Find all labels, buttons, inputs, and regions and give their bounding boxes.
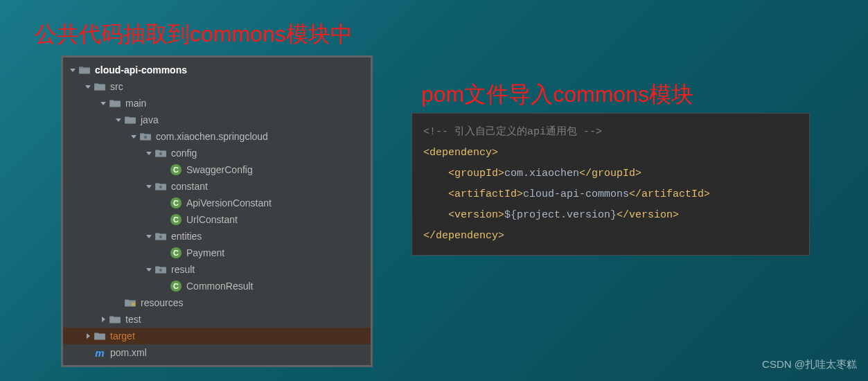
code-line-comment: <!-- 引入自己定义的api通用包 --> <box>423 122 798 143</box>
tree-item-cloud-api-commons[interactable]: cloud-api-commons <box>63 62 371 78</box>
class-icon: C <box>170 197 182 209</box>
folder-icon <box>94 80 106 93</box>
folder-icon <box>109 313 121 326</box>
class-icon: C <box>170 247 182 259</box>
tree-item-apiversionconstant[interactable]: CApiVersionConstant <box>63 195 371 211</box>
chevron-down-icon[interactable] <box>143 181 154 192</box>
chevron-down-icon[interactable] <box>143 231 154 242</box>
maven-icon: m <box>94 346 106 359</box>
code-line-dep-open: <dependency> <box>423 143 798 163</box>
folder-icon <box>94 330 106 342</box>
tree-item-resources[interactable]: resources <box>63 294 371 311</box>
chevron-down-icon[interactable] <box>143 148 154 159</box>
resources-icon <box>124 296 136 309</box>
tree-item-label: config <box>171 148 197 159</box>
pom-code-snippet: <!-- 引入自己定义的api通用包 --> <dependency> <gro… <box>411 113 810 256</box>
chevron-down-icon[interactable] <box>113 114 124 125</box>
tree-item-label: resources <box>141 297 183 308</box>
chevron-down-icon[interactable] <box>143 264 154 275</box>
chevron-down-icon[interactable] <box>82 81 94 92</box>
tree-item-label: main <box>125 98 146 109</box>
project-tree-panel: cloud-api-commonssrcmainjavacom.xiaochen… <box>61 55 373 367</box>
tree-item-test[interactable]: test <box>63 311 371 328</box>
tree-item-label: cloud-api-commons <box>95 64 187 76</box>
tree-item-commonresult[interactable]: CCommonResult <box>63 278 371 294</box>
tree-item-config[interactable]: config <box>63 145 371 161</box>
tree-item-entities[interactable]: entities <box>63 228 371 245</box>
package-icon <box>154 180 167 193</box>
package-icon <box>154 230 167 242</box>
heading-extract-commons: 公共代码抽取到commons模块中 <box>35 19 353 50</box>
folder-open-icon <box>78 64 91 76</box>
tree-item-label: constant <box>171 181 208 192</box>
chevron-right-icon[interactable] <box>98 314 109 325</box>
chevron-down-icon[interactable] <box>128 131 139 142</box>
chevron-right-icon[interactable] <box>82 330 94 342</box>
code-line-artifactid: <artifactId>cloud-api-commons</artifactI… <box>423 184 798 205</box>
tree-item-label: src <box>110 81 123 92</box>
tree-item-label: pom.xml <box>110 347 147 358</box>
folder-icon <box>109 97 121 109</box>
svg-point-1 <box>144 136 148 139</box>
tree-item-label: CommonResult <box>186 281 253 292</box>
class-icon: C <box>170 163 182 176</box>
tree-item-swaggerconfig[interactable]: CSwaggerConfig <box>63 161 371 178</box>
code-line-groupid: <groupId>com.xiaochen</groupId> <box>423 163 798 184</box>
tree-item-label: UrlConstant <box>186 214 238 225</box>
svg-point-3 <box>159 186 163 189</box>
tree-item-com-xiaochen-springcloud[interactable]: com.xiaochen.springcloud <box>63 128 371 145</box>
tree-item-src[interactable]: src <box>63 78 371 95</box>
tree-item-label: SwaggerConfig <box>186 164 253 175</box>
package-icon <box>154 147 167 159</box>
package-icon <box>139 130 152 143</box>
package-icon <box>154 263 167 276</box>
heading-pom-import: pom文件导入commons模块 <box>421 80 693 110</box>
watermark: CSDN @扎哇太枣糕 <box>762 358 857 371</box>
svg-point-2 <box>159 152 163 156</box>
tree-item-label: com.xiaochen.springcloud <box>156 131 268 142</box>
svg-rect-0 <box>79 68 90 69</box>
tree-item-label: test <box>125 314 141 325</box>
tree-item-target[interactable]: target <box>63 328 371 344</box>
class-icon: C <box>170 213 182 226</box>
tree-item-payment[interactable]: CPayment <box>63 245 371 261</box>
code-line-dep-close: </dependency> <box>423 226 798 247</box>
code-line-version: <version>${project.version}</version> <box>423 205 798 226</box>
tree-item-urlconstant[interactable]: CUrlConstant <box>63 211 371 228</box>
tree-item-result[interactable]: result <box>63 261 371 278</box>
svg-point-4 <box>159 236 163 239</box>
chevron-down-icon[interactable] <box>98 98 109 109</box>
chevron-down-icon[interactable] <box>67 64 78 76</box>
tree-item-pom-xml[interactable]: mpom.xml <box>63 344 371 361</box>
tree-item-label: target <box>110 330 135 342</box>
tree-item-label: java <box>141 114 159 125</box>
tree-item-main[interactable]: main <box>63 95 371 112</box>
tree-item-label: result <box>171 264 195 275</box>
class-icon: C <box>170 280 182 292</box>
svg-rect-6 <box>132 303 135 306</box>
tree-item-label: ApiVersionConstant <box>186 197 272 209</box>
tree-item-label: Payment <box>186 247 224 258</box>
tree-item-label: entities <box>171 231 202 242</box>
tree-item-constant[interactable]: constant <box>63 178 371 195</box>
tree-item-java[interactable]: java <box>63 112 371 128</box>
svg-point-5 <box>159 269 163 272</box>
folder-icon <box>124 114 136 126</box>
